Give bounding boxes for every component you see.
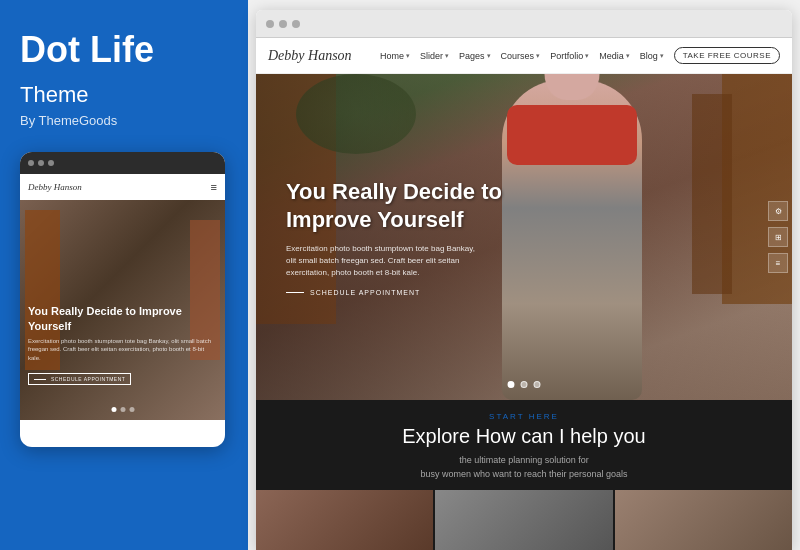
desktop-navbar: Debby Hanson Home ▾ Slider ▾ Pages ▾ Cou… [256, 38, 792, 74]
mobile-slide-dots [111, 407, 134, 412]
bottom-section-desc: the ultimate planning solution for busy … [276, 454, 772, 481]
slider-arrow-icon: ▾ [445, 52, 449, 60]
mobile-logo: Debby Hanson [28, 182, 82, 192]
browser-window: Debby Hanson Home ▾ Slider ▾ Pages ▾ Cou… [256, 10, 792, 550]
mobile-slide-dot-2 [120, 407, 125, 412]
bottom-card-2 [435, 490, 612, 550]
slide-dot-3[interactable] [534, 381, 541, 388]
browser-top-bar [256, 10, 792, 38]
bottom-section-title: Explore How can I help you [276, 425, 772, 448]
media-arrow-icon: ▾ [626, 52, 630, 60]
home-arrow-icon: ▾ [406, 52, 410, 60]
hero-cta[interactable]: SCHEDULE APPOINTMENT [286, 289, 546, 296]
woman-head [545, 74, 600, 100]
nav-link-portfolio[interactable]: Portfolio ▾ [550, 51, 589, 61]
browser-dot-2 [279, 20, 287, 28]
mobile-slide-dot-3 [129, 407, 134, 412]
browser-dot-1 [266, 20, 274, 28]
side-icon-settings[interactable]: ⚙ [768, 201, 788, 221]
mobile-nav: Debby Hanson ≡ [20, 174, 225, 200]
hero-cta-line-icon [286, 292, 304, 293]
side-icon-list[interactable]: ≡ [768, 253, 788, 273]
bottom-card-1 [256, 490, 433, 550]
portfolio-arrow-icon: ▾ [585, 52, 589, 60]
browser-content: Debby Hanson Home ▾ Slider ▾ Pages ▾ Cou… [256, 38, 792, 550]
left-panel: Dot Life Theme By ThemeGoods Debby Hanso… [0, 0, 248, 550]
hero-content: You Really Decide to Improve Yourself Ex… [286, 178, 546, 296]
nav-link-media[interactable]: Media ▾ [599, 51, 630, 61]
right-panel: Debby Hanson Home ▾ Slider ▾ Pages ▾ Cou… [248, 0, 800, 550]
hero-title: You Really Decide to Improve Yourself [286, 178, 546, 233]
side-icon-grid[interactable]: ⊞ [768, 227, 788, 247]
side-icons: ⚙ ⊞ ≡ [768, 201, 788, 273]
nav-link-slider[interactable]: Slider ▾ [420, 51, 449, 61]
mobile-preview: Debby Hanson ≡ You Really Decide to Impr… [20, 152, 225, 447]
theme-by: By ThemeGoods [20, 113, 228, 128]
desktop-nav-links: Home ▾ Slider ▾ Pages ▾ Courses ▾ Portfo… [380, 47, 780, 64]
blog-arrow-icon: ▾ [660, 52, 664, 60]
woman-scarf [507, 105, 637, 165]
mobile-hero: You Really Decide to Improve Yourself Ex… [20, 200, 225, 420]
mobile-dot-3 [48, 160, 54, 166]
mobile-cta-line-icon [34, 379, 46, 380]
bottom-card-3 [615, 490, 792, 550]
slide-dot-1[interactable] [508, 381, 515, 388]
bottom-cards-row [256, 490, 792, 550]
nav-link-home[interactable]: Home ▾ [380, 51, 410, 61]
slide-dot-2[interactable] [521, 381, 528, 388]
mobile-dot-2 [38, 160, 44, 166]
mobile-top-bar [20, 152, 225, 174]
mobile-hero-desc: Exercitation photo booth stumptown tote … [28, 337, 217, 362]
nav-link-pages[interactable]: Pages ▾ [459, 51, 491, 61]
pages-arrow-icon: ▾ [487, 52, 491, 60]
desktop-logo: Debby Hanson [268, 48, 352, 64]
mobile-cta-button[interactable]: SCHEDULE APPOINTMENT [28, 373, 131, 385]
hero-description: Exercitation photo booth stumptown tote … [286, 243, 486, 279]
mobile-hero-title: You Really Decide to Improve Yourself [28, 304, 217, 333]
desktop-bottom-section: START HERE Explore How can I help you th… [256, 400, 792, 490]
mobile-slide-dot-1 [111, 407, 116, 412]
nav-link-blog[interactable]: Blog ▾ [640, 51, 664, 61]
mobile-dot-1 [28, 160, 34, 166]
mobile-hero-content: You Really Decide to Improve Yourself Ex… [28, 304, 217, 385]
nav-link-courses[interactable]: Courses ▾ [501, 51, 541, 61]
theme-title: Dot Life Theme [20, 30, 228, 109]
browser-dot-3 [292, 20, 300, 28]
start-here-label: START HERE [276, 412, 772, 421]
nav-take-free-course-button[interactable]: TAKE FREE COURSE [674, 47, 780, 64]
slide-dots [508, 381, 541, 388]
courses-arrow-icon: ▾ [536, 52, 540, 60]
mobile-hamburger-icon[interactable]: ≡ [211, 181, 217, 193]
desktop-hero: You Really Decide to Improve Yourself Ex… [256, 74, 792, 400]
